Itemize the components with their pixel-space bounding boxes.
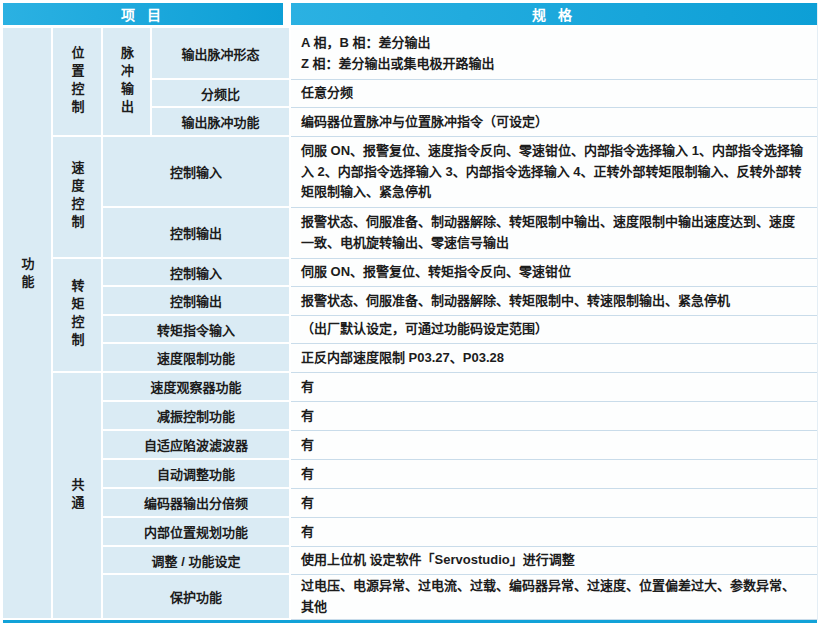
row-label: 自适应陷波滤波器	[103, 431, 291, 460]
row-spec: 使用上位机 设定软件「Servostudio」进行调整	[291, 547, 817, 575]
group-function-cell: 功能	[3, 28, 53, 620]
row-spec: 伺服 ON、报警复位、速度指令反向、零速钳位、内部指令选择输入 1、内部指令选择…	[291, 137, 817, 208]
row-label: 输出脉冲形态	[152, 28, 291, 80]
row-spec: 编码器位置脉冲与位置脉冲指令（可设定）	[291, 108, 817, 137]
group-common-cell: 共通	[53, 373, 103, 620]
table-bottom-accent-bar	[3, 620, 817, 623]
group-common-label: 共通	[71, 478, 84, 514]
row-spec: 有	[291, 373, 817, 402]
row-spec: 任意分频	[291, 80, 817, 108]
row-spec: 有	[291, 402, 817, 431]
row-label: 控制输入	[103, 259, 291, 287]
row-spec: 过电压、电源异常、过电流、过载、编码器异常、过速度、位置偏差过大、参数异常、其他	[291, 575, 817, 620]
row-spec: 有	[291, 460, 817, 489]
group-pulse-output-cell: 脉冲输出	[103, 28, 152, 137]
group-position-label: 位置控制	[71, 46, 84, 118]
row-label: 减振控制功能	[103, 402, 291, 431]
group-function-label: 功能	[21, 257, 34, 293]
header-spec-cell: 规 格	[291, 3, 817, 28]
row-label: 自动调整功能	[103, 460, 291, 489]
row-spec: 伺服 ON、报警复位、转矩指令反向、零速钳位	[291, 259, 817, 287]
row-spec: 报警状态、伺服准备、制动器解除、转矩限制中输出、速度限制中输出速度达到、速度一致…	[291, 208, 817, 259]
row-label: 内部位置规划功能	[103, 518, 291, 547]
group-pulse-output-label: 脉冲输出	[120, 46, 133, 118]
row-spec: 有	[291, 518, 817, 547]
row-label: 分频比	[152, 80, 291, 108]
row-label: 保护功能	[103, 575, 291, 620]
spec-table: 项 目 规 格 功能 位置控制 脉冲输出 速度控制 转矩控制 共通 输出脉冲形态…	[3, 3, 818, 620]
row-label: 速度观察器功能	[103, 373, 291, 402]
group-torque-cell: 转矩控制	[53, 259, 103, 373]
row-spec: 正反内部速度限制 P03.27、P03.28	[291, 344, 817, 373]
row-spec: （出厂默认设定，可通过功能码设定范围）	[291, 316, 817, 344]
page: 项 目 规 格 功能 位置控制 脉冲输出 速度控制 转矩控制 共通 输出脉冲形态…	[0, 0, 820, 626]
row-label: 控制输入	[103, 137, 291, 208]
row-label: 调整 / 功能设定	[103, 547, 291, 575]
row-label: 输出脉冲功能	[152, 108, 291, 137]
row-spec: 有	[291, 431, 817, 460]
group-position-cell: 位置控制	[53, 28, 103, 137]
row-spec: A 相，B 相：差分输出 Z 相：差分输出或集电极开路输出	[291, 28, 817, 80]
group-speed-cell: 速度控制	[53, 137, 103, 259]
row-label: 编码器输出分倍频	[103, 489, 291, 518]
row-label: 速度限制功能	[103, 344, 291, 373]
header-item-cell: 项 目	[3, 3, 291, 28]
row-spec: 报警状态、伺服准备、制动器解除、转矩限制中、转速限制输出、紧急停机	[291, 287, 817, 316]
row-spec: 有	[291, 489, 817, 518]
row-label: 控制输出	[103, 208, 291, 259]
row-label: 控制输出	[103, 287, 291, 316]
group-speed-label: 速度控制	[71, 161, 84, 233]
row-label: 转矩指令输入	[103, 316, 291, 344]
group-torque-label: 转矩控制	[71, 279, 84, 351]
